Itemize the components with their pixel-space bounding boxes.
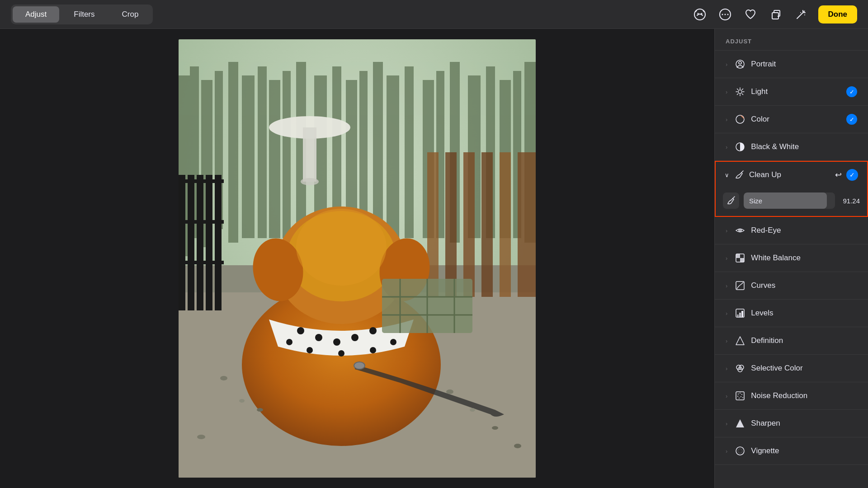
adjust-item-noisereduction[interactable]: › Noise Reduction <box>715 382 868 410</box>
svg-point-125 <box>739 398 740 399</box>
vignette-icon <box>735 446 745 456</box>
svg-point-91 <box>739 61 741 64</box>
chevron-icon: › <box>726 255 727 262</box>
sharpen-label: Sharpen <box>751 419 857 428</box>
tab-filters[interactable]: Filters <box>61 6 107 23</box>
svg-point-77 <box>239 399 245 403</box>
definition-icon <box>735 335 745 346</box>
svg-rect-20 <box>242 75 255 238</box>
right-panel: ADJUST › Portrait › <box>714 29 868 488</box>
svg-rect-44 <box>197 175 203 310</box>
svg-point-123 <box>737 396 738 397</box>
adjust-item-light[interactable]: › Light ✓ <box>715 78 868 106</box>
svg-rect-49 <box>179 261 224 264</box>
tab-group: Adjust Filters Crop <box>11 5 153 24</box>
adjust-item-redeye[interactable]: › Red-Eye <box>715 217 868 244</box>
magic-wand-icon[interactable] <box>793 6 809 23</box>
pet-icon[interactable] <box>692 6 708 23</box>
size-row: Size 91.24 <box>716 188 867 216</box>
color-checkmark: ✓ <box>846 114 857 125</box>
sharpen-icon <box>735 418 745 429</box>
svg-point-121 <box>740 393 741 394</box>
svg-rect-114 <box>741 311 743 317</box>
tab-adjust[interactable]: Adjust <box>13 6 59 23</box>
chevron-icon: › <box>726 61 727 68</box>
chevron-icon: › <box>726 448 727 455</box>
svg-rect-30 <box>387 75 399 238</box>
svg-point-73 <box>370 347 376 353</box>
svg-rect-48 <box>179 220 224 224</box>
svg-point-64 <box>296 209 387 286</box>
svg-rect-109 <box>740 258 744 262</box>
portrait-label: Portrait <box>751 60 857 69</box>
white-balance-icon <box>735 253 745 263</box>
svg-point-70 <box>286 339 292 345</box>
svg-point-83 <box>514 444 521 448</box>
svg-point-79 <box>446 389 453 394</box>
color-icon <box>735 114 745 125</box>
noisereduction-label: Noise Reduction <box>751 391 857 400</box>
svg-line-8 <box>797 13 803 19</box>
adjust-item-portrait[interactable]: › Portrait <box>715 51 868 78</box>
adjust-item-bw[interactable]: › Black & White <box>715 133 868 161</box>
svg-point-76 <box>220 376 227 380</box>
chevron-icon: › <box>726 282 727 289</box>
svg-rect-112 <box>737 314 739 317</box>
svg-line-97 <box>737 89 738 90</box>
svg-marker-127 <box>736 419 744 427</box>
svg-point-78 <box>257 408 263 412</box>
adjust-item-levels[interactable]: › Levels <box>715 300 868 327</box>
chevron-icon: › <box>726 420 727 427</box>
more-icon[interactable] <box>717 6 733 23</box>
chevron-icon: › <box>726 338 727 344</box>
svg-point-120 <box>738 394 739 394</box>
done-button[interactable]: Done <box>818 5 858 23</box>
adjust-item-whitebalance[interactable]: › White Balance <box>715 244 868 272</box>
photo-canvas <box>179 39 536 478</box>
svg-point-58 <box>301 178 319 185</box>
adjust-item-vignette[interactable]: › Vignette <box>715 437 868 465</box>
light-label: Light <box>751 87 841 96</box>
adjust-item-color[interactable]: › Color ✓ <box>715 106 868 133</box>
portrait-icon <box>735 59 745 70</box>
svg-rect-51 <box>445 152 457 297</box>
svg-rect-21 <box>258 66 267 238</box>
svg-line-100 <box>737 94 738 95</box>
svg-rect-42 <box>179 175 185 310</box>
adjust-header: ADJUST <box>715 29 868 51</box>
svg-rect-47 <box>179 179 224 183</box>
svg-marker-115 <box>736 337 744 345</box>
svg-rect-55 <box>518 152 536 297</box>
cleanup-brush-icon <box>734 169 745 180</box>
cleanup-actions: ↩ ✓ <box>835 169 858 181</box>
svg-point-126 <box>742 397 743 398</box>
svg-point-13 <box>804 14 805 15</box>
size-brush-icon[interactable] <box>723 192 739 209</box>
adjust-item-selectivecolor[interactable]: › Selective Color <box>715 355 868 382</box>
svg-point-6 <box>727 14 728 15</box>
svg-line-98 <box>742 94 743 95</box>
svg-point-12 <box>800 12 801 13</box>
svg-point-80 <box>470 408 475 412</box>
svg-line-103 <box>741 171 743 173</box>
duplicate-icon[interactable] <box>768 6 784 23</box>
adjust-item-sharpen[interactable]: › Sharpen <box>715 410 868 437</box>
svg-rect-22 <box>269 80 280 238</box>
adjust-item-curves[interactable]: › Curves <box>715 272 868 300</box>
undo-icon[interactable]: ↩ <box>835 170 842 180</box>
noise-reduction-icon <box>735 390 745 401</box>
svg-rect-57 <box>303 127 316 182</box>
adjust-item-definition[interactable]: › Definition <box>715 327 868 355</box>
toolbar: Adjust Filters Crop <box>0 0 868 29</box>
chevron-icon: › <box>726 365 727 372</box>
heart-icon[interactable] <box>742 6 759 23</box>
svg-point-75 <box>354 362 365 369</box>
svg-rect-43 <box>188 175 194 310</box>
cleanup-header[interactable]: ∨ Clean Up ↩ ✓ <box>716 162 867 188</box>
chevron-icon: › <box>726 310 727 317</box>
light-icon <box>735 86 745 97</box>
svg-point-71 <box>390 339 396 345</box>
definition-label: Definition <box>751 336 857 345</box>
tab-crop[interactable]: Crop <box>109 6 151 23</box>
size-slider[interactable]: Size <box>744 192 835 209</box>
